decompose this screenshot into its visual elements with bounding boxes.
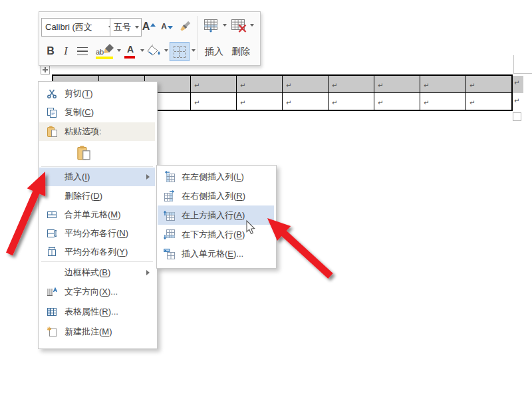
menu-item-border-styles[interactable]: 边框样式(B) xyxy=(39,263,155,282)
distributed-alignment-icon xyxy=(77,47,88,48)
table-cell[interactable]: ↵ xyxy=(237,75,283,93)
menu-item-text-direction[interactable]: 文字方向(X)... xyxy=(39,283,155,301)
menu-item-label: 在上方插入行(A) xyxy=(182,209,245,221)
menu-item-label: 在右侧插入列(R) xyxy=(182,190,245,202)
end-of-cell-marker: ↵ xyxy=(424,99,429,106)
insert-cells-icon xyxy=(158,248,182,260)
insert-table-icon xyxy=(203,19,219,33)
table-cell[interactable]: ↵ xyxy=(283,93,329,111)
submenu-item-insert-row-above[interactable]: 在上方插入行(A) xyxy=(158,205,274,225)
menu-item-copy[interactable]: 复制(C) xyxy=(39,103,155,122)
menu-item-label: 删除行(D) xyxy=(65,190,102,202)
menu-item-table-properties[interactable]: 表格属性(R)... xyxy=(39,303,155,321)
menu-item-label: 插入单元格(E)... xyxy=(182,248,243,260)
font-size-combobox[interactable]: 五号 xyxy=(110,18,142,37)
bold-icon: B xyxy=(47,45,55,57)
dropdown-caret-icon[interactable] xyxy=(135,26,139,29)
table-cell[interactable]: ↵ xyxy=(374,93,420,111)
scissors-icon xyxy=(39,88,65,99)
submenu-arrow-icon xyxy=(146,174,150,180)
menu-item-cut[interactable]: 剪切(T) xyxy=(39,84,155,103)
word-document-page: { "mini_toolbar": { "font_name": "Calibr… xyxy=(0,0,532,399)
menu-item-insert[interactable]: 插入(I) xyxy=(39,168,155,186)
italic-button[interactable]: I xyxy=(61,43,71,59)
dropdown-caret-icon[interactable] xyxy=(164,49,168,52)
table-cell[interactable]: ↵ xyxy=(374,75,420,93)
shading-button[interactable] xyxy=(146,43,163,59)
font-color-button[interactable]: A xyxy=(123,42,138,61)
dropdown-caret-icon[interactable] xyxy=(192,49,196,52)
end-of-cell-marker: ↵ xyxy=(240,99,245,106)
merge-cells-icon xyxy=(39,209,65,220)
submenu-item-insert-cells[interactable]: 插入单元格(E)... xyxy=(158,244,274,263)
table-cell[interactable]: ↵ xyxy=(283,75,329,93)
shrink-font-button[interactable]: A xyxy=(159,18,175,35)
table-cell[interactable]: ↵ xyxy=(191,93,237,111)
menu-item-label: 新建批注(M) xyxy=(65,326,112,338)
toolbar-insert-button[interactable]: 插入 xyxy=(203,46,225,58)
insert-column-left-icon xyxy=(158,171,182,183)
table-cell[interactable]: ↵ xyxy=(466,75,513,93)
table-cell[interactable]: ↵ xyxy=(420,75,466,93)
delete-table-button[interactable] xyxy=(230,17,247,35)
format-painter-button[interactable] xyxy=(176,19,194,35)
menu-separator xyxy=(41,261,153,262)
font-name-value: Calibri (西文 xyxy=(45,21,92,33)
table-move-handle[interactable] xyxy=(41,65,50,74)
distribute-rows-icon xyxy=(39,228,65,239)
table-cell[interactable]: ↵ xyxy=(191,75,237,93)
menu-item-label: 边框样式(B) xyxy=(65,267,110,279)
end-of-cell-marker: ↵ xyxy=(378,82,383,89)
dropdown-caret-icon[interactable] xyxy=(117,49,121,52)
submenu-item-insert-row-below[interactable]: 在下方插入行(B) xyxy=(158,225,274,244)
submenu-item-insert-column-right[interactable]: 在右侧插入列(R) xyxy=(158,186,274,205)
end-of-row-marker: ↵ xyxy=(514,79,519,86)
toolbar-delete-button[interactable]: 删除 xyxy=(229,46,252,58)
bold-button[interactable]: B xyxy=(45,43,57,59)
menu-item-delete-row[interactable]: 删除行(D) xyxy=(39,187,155,205)
menu-item-distribute-columns[interactable]: 平均分布各列(Y) xyxy=(39,243,155,261)
table-cell[interactable]: ↵ xyxy=(329,93,374,111)
borders-button[interactable] xyxy=(170,42,190,61)
menu-item-paste-options: 粘贴选项: xyxy=(39,122,155,141)
menu-item-label: 在下方插入行(B) xyxy=(182,229,245,241)
insert-table-button[interactable] xyxy=(203,17,220,35)
end-of-cell-marker: ↵ xyxy=(194,82,200,89)
table-cell[interactable]: ↵ xyxy=(420,93,466,111)
dropdown-caret-icon[interactable] xyxy=(250,24,254,27)
text-highlight-button[interactable]: ab xyxy=(95,42,115,61)
shrink-font-icon: A xyxy=(161,23,167,31)
paste-option-icon xyxy=(76,145,91,161)
menu-item-label: 在左侧插入列(L) xyxy=(182,171,244,183)
table-resize-handle[interactable] xyxy=(513,112,521,121)
menu-item-label: 剪切(T) xyxy=(65,88,93,100)
table-cell[interactable]: ↵ xyxy=(237,93,283,111)
insert-row-below-icon xyxy=(158,229,182,241)
menu-separator xyxy=(41,166,153,167)
distributed-alignment-button[interactable] xyxy=(76,46,88,57)
grow-font-button[interactable]: A xyxy=(140,18,158,35)
text-highlight-icon: ab xyxy=(96,43,114,59)
submenu-item-insert-column-left[interactable]: 在左侧插入列(L) xyxy=(158,167,274,186)
menu-item-merge-cells[interactable]: 合并单元格(M) xyxy=(39,205,155,224)
page-margin-crop-mark xyxy=(513,55,514,73)
new-comment-icon xyxy=(39,327,65,337)
insert-submenu: 在左侧插入列(L) 在右侧插入列(R) 在上方插入行(A) 在下方插入行(B) … xyxy=(156,165,277,269)
menu-item-new-comment[interactable]: 新建批注(M) xyxy=(39,323,155,341)
toolbar-separator xyxy=(198,16,198,60)
dropdown-caret-icon[interactable] xyxy=(140,49,144,52)
font-size-value: 五号 xyxy=(114,21,131,33)
menu-item-distribute-rows[interactable]: 平均分布各行(N) xyxy=(39,224,155,243)
font-name-combobox[interactable]: Calibri (西文 xyxy=(41,18,115,37)
end-of-cell-marker: ↵ xyxy=(194,99,200,106)
end-of-cell-marker: ↵ xyxy=(424,82,429,89)
paste-option-keep-formatting-button[interactable] xyxy=(73,141,94,165)
table-cell[interactable]: ↵ xyxy=(329,75,374,93)
table-properties-icon xyxy=(39,307,65,317)
end-of-cell-marker: ↵ xyxy=(469,99,475,106)
text-direction-icon xyxy=(39,287,65,297)
dropdown-caret-icon[interactable] xyxy=(223,24,227,27)
menu-item-label: 粘贴选项: xyxy=(65,126,102,138)
table-cell[interactable]: ↵ xyxy=(466,93,513,111)
end-of-cell-marker: ↵ xyxy=(286,99,291,106)
